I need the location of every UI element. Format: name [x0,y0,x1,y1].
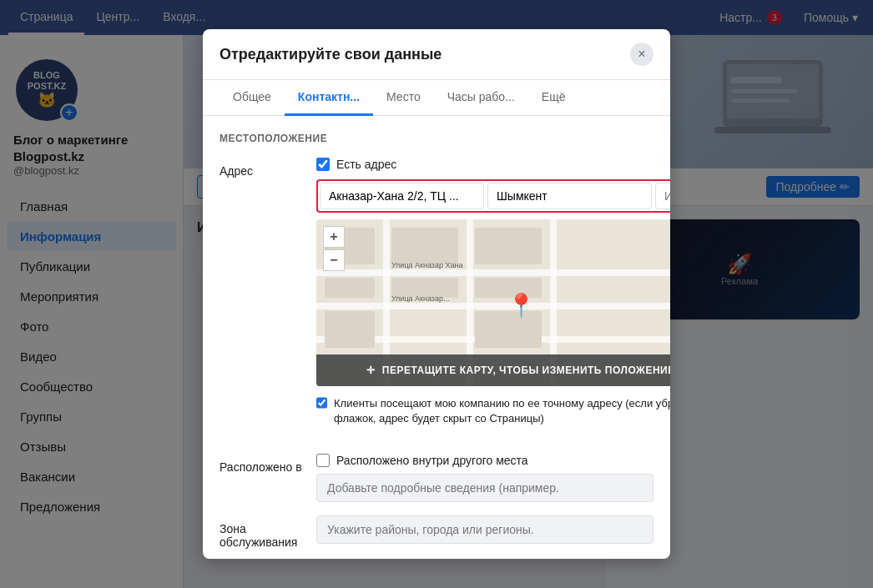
map-drag-overlay: ✛ ПЕРЕТАЩИТЕ КАРТУ, ЧТОБЫ ИЗМЕНИТЬ ПОЛОЖ… [316,354,670,386]
zone-input-wrap [316,515,653,544]
address-field-row: Адрес Есть адрес [220,158,653,440]
map-pin: 📍 [507,292,536,319]
zone-row: Зона обслуживания [220,515,653,549]
street-input[interactable] [320,183,484,209]
has-address-checkbox[interactable] [316,158,330,171]
inside-label: Расположено внутри другого места [336,454,528,467]
visit-checkbox[interactable] [316,396,327,410]
map-zoom-in-button[interactable]: + [323,226,345,248]
modal-close-button[interactable]: × [630,43,653,66]
tab-kontaktnaya[interactable]: Контактн... [285,80,373,116]
tab-eshche[interactable]: Ещё [528,80,579,116]
modal-overlay[interactable]: Отредактируйте свои данные × Общее Конта… [0,0,873,588]
modal-title: Отредактируйте свои данные [220,46,442,63]
zip-input[interactable] [655,183,670,209]
location-in-row: Расположено в Расположено внутри другого… [220,454,653,502]
tab-obshcheye[interactable]: Общее [220,80,285,116]
visit-text: Клиенты посещают мою компанию по ее точн… [334,396,670,426]
address-label: Адрес [220,158,303,178]
map-street-label-1: Улица Акназар Хана [391,261,463,269]
map-street-label-2: Улица Акназар... [391,294,450,303]
location-in-content: Расположено внутри другого места [316,454,653,502]
map-zoom-controls: + − [323,226,345,271]
address-content: Есть адрес [316,158,670,440]
zone-input[interactable] [316,515,653,544]
has-address-label: Есть адрес [336,158,396,171]
map-zoom-out-button[interactable]: − [323,249,345,271]
modal-body: МЕСТОПОЛОЖЕНИЕ Адрес Есть адрес [203,116,670,559]
section-location-label: МЕСТОПОЛОЖЕНИЕ [220,133,653,144]
map-block-3 [475,228,542,264]
tab-chasy[interactable]: Часы рабо... [434,80,528,116]
modal-tabs: Общее Контактн... Место Часы рабо... Ещё [203,80,670,116]
map-block-7 [325,311,375,348]
map-block-4 [325,278,375,298]
zone-label: Зона обслуживания [220,515,303,549]
city-input[interactable] [487,183,652,209]
inside-checkbox[interactable] [316,454,330,467]
tab-mesto[interactable]: Место [373,80,434,116]
map-road-h1 [316,269,670,276]
modal-header: Отредактируйте свои данные × [203,29,670,80]
inside-checkbox-row: Расположено внутри другого места [316,454,653,467]
visit-checkbox-row: Клиенты посещают мою компанию по ее точн… [316,396,670,426]
inside-details-input[interactable] [316,474,653,502]
edit-data-modal: Отредактируйте свои данные × Общее Конта… [203,29,670,559]
drag-icon: ✛ [366,364,376,376]
location-in-label: Расположено в [220,454,303,474]
map-road-h2 [316,303,670,309]
address-inputs-group [316,179,670,213]
has-address-row: Есть адрес [316,158,670,171]
map-container: Улица Акназар Хана Улица Акназар... 📍 + … [316,219,670,386]
map-block-2 [391,228,458,264]
